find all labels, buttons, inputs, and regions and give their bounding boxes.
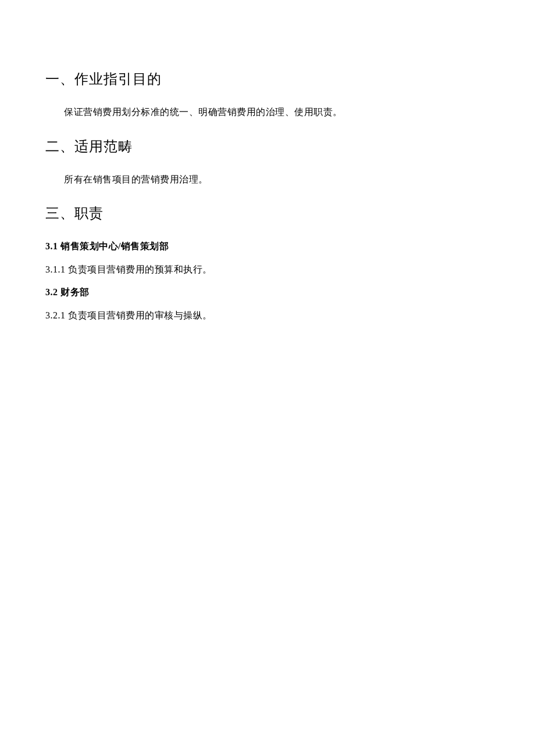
title-3-1: 销售策划中心/销售策划部 <box>58 241 169 251</box>
section-2-body: 所有在销售项目的营销费用治理。 <box>64 172 490 187</box>
title-3-2: 财务部 <box>58 287 90 297</box>
section-3-2: 3.2 财务部 <box>45 285 490 300</box>
num-3-2-1: 3.2.1 <box>45 310 66 320</box>
text-3-2-1: 负责项目营销费用的审核与操纵。 <box>66 310 212 320</box>
section-3-2-1: 3.2.1 负责项目营销费用的审核与操纵。 <box>45 308 490 323</box>
text-3-1-1: 负责项目营销费用的预算和执行。 <box>66 264 212 274</box>
section-3-1-1: 3.1.1 负责项目营销费用的预算和执行。 <box>45 262 490 277</box>
num-3-1: 3.1 <box>45 241 58 251</box>
section-3-1: 3.1 销售策划中心/销售策划部 <box>45 239 490 254</box>
section-3-heading: 三、职责 <box>45 204 490 223</box>
section-1-body: 保证营销费用划分标准的统一、明确营销费用的治理、使用职责。 <box>64 105 490 120</box>
section-1-heading: 一、作业指引目的 <box>45 70 490 88</box>
section-2-heading: 二、适用范畴 <box>45 137 490 156</box>
num-3-1-1: 3.1.1 <box>45 264 66 274</box>
num-3-2: 3.2 <box>45 287 58 297</box>
